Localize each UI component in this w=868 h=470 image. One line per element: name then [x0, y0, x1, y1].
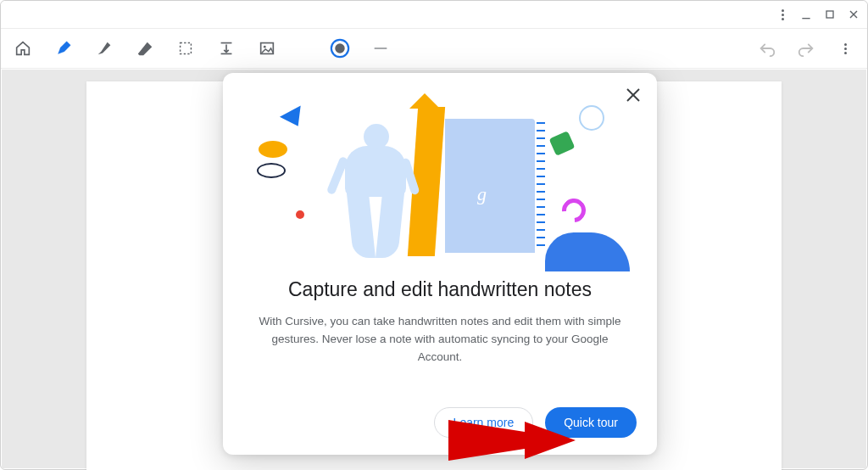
dialog-actions: Learn more Quick tour — [235, 402, 645, 439]
onboarding-illustration: g — [235, 92, 645, 261]
quick-tour-button[interactable]: Quick tour — [545, 407, 637, 438]
dialog-body: With Cursive, you can take handwritten n… — [259, 313, 621, 366]
onboarding-dialog: g Capture and edit handwritten notes Wit… — [223, 73, 657, 455]
app-window: g Capture and edit handwritten notes Wit… — [0, 0, 868, 470]
dialog-scrim: g Capture and edit handwritten notes Wit… — [1, 1, 867, 469]
learn-more-button[interactable]: Learn more — [434, 407, 534, 438]
dialog-title: Capture and edit handwritten notes — [243, 278, 637, 301]
